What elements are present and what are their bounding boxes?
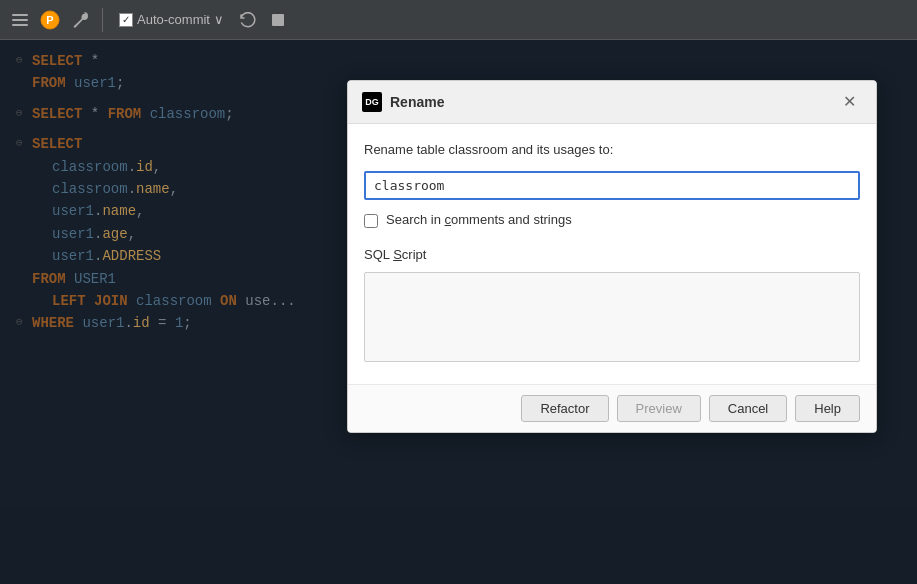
help-button[interactable]: Help — [795, 395, 860, 422]
sql-script-textarea[interactable] — [364, 272, 860, 362]
dg-logo: DG — [362, 92, 382, 112]
svg-rect-0 — [12, 14, 28, 16]
dialog-header: DG Rename ✕ — [348, 81, 876, 124]
rename-description: Rename table classroom and its usages to… — [364, 140, 860, 161]
rename-dialog: DG Rename ✕ Rename table classroom and i… — [347, 80, 877, 433]
dialog-title-row: DG Rename — [362, 91, 444, 113]
svg-rect-1 — [12, 19, 28, 21]
divider1 — [102, 8, 103, 32]
search-comments-checkbox[interactable] — [364, 214, 378, 228]
toolbar: P ✓ Auto-commit ∨ — [0, 0, 917, 40]
preview-button[interactable]: Preview — [617, 395, 701, 422]
p-icon[interactable]: P — [38, 8, 62, 32]
refactor-button[interactable]: Refactor — [521, 395, 608, 422]
close-button[interactable]: ✕ — [837, 92, 862, 112]
undo-icon[interactable] — [236, 8, 260, 32]
dialog-body: Rename table classroom and its usages to… — [348, 124, 876, 384]
search-comments-label: Search in comments and strings — [386, 210, 572, 231]
search-checkbox-row: Search in comments and strings — [364, 210, 860, 231]
svg-text:P: P — [46, 14, 53, 26]
dialog-footer: Refactor Preview Cancel Help — [348, 384, 876, 432]
dropdown-arrow: ∨ — [214, 12, 224, 27]
dialog-title: Rename — [390, 91, 444, 113]
cancel-button[interactable]: Cancel — [709, 395, 787, 422]
autocommit-button[interactable]: ✓ Auto-commit ∨ — [113, 10, 230, 29]
dialog-overlay: DG Rename ✕ Rename table classroom and i… — [0, 40, 917, 584]
wrench-icon[interactable] — [68, 8, 92, 32]
autocommit-checkbox: ✓ — [119, 13, 133, 27]
rename-input[interactable] — [364, 171, 860, 200]
sql-script-label: SQL Script — [364, 245, 860, 266]
svg-rect-5 — [272, 14, 284, 26]
svg-rect-2 — [12, 24, 28, 26]
autocommit-label: Auto-commit — [137, 12, 210, 27]
settings-icon[interactable] — [8, 8, 32, 32]
stop-icon[interactable] — [266, 8, 290, 32]
code-editor[interactable]: ⊖ SELECT * FROM user1; ⊖ SELECT * FROM c… — [0, 40, 917, 584]
